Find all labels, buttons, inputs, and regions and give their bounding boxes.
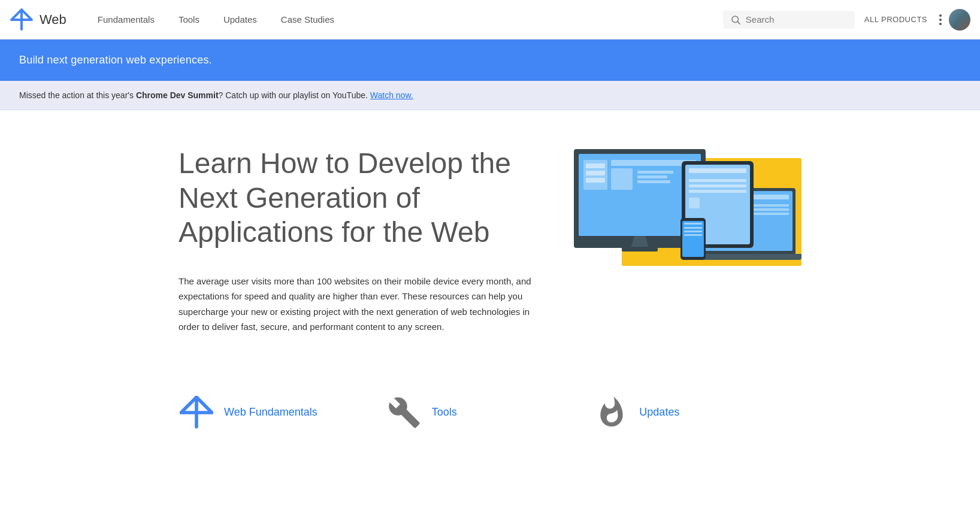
nav-item-case-studies[interactable]: Case Studies <box>269 0 346 40</box>
svg-point-4 <box>732 16 739 23</box>
screen-line <box>637 175 667 178</box>
screen-sidebar <box>583 160 607 190</box>
phone-screen-header <box>684 223 702 225</box>
nav-item-updates[interactable]: Updates <box>211 0 269 40</box>
watch-now-link[interactable]: Watch now. <box>370 90 413 100</box>
sidebar-block <box>586 163 605 168</box>
main-content: Learn How to Develop the Next Generation… <box>131 110 849 359</box>
phone-lines <box>684 227 702 236</box>
logo-text: Web <box>40 12 66 28</box>
card-tools[interactable]: Tools <box>386 383 594 443</box>
navbar-right: ALL PRODUCTS <box>723 9 970 31</box>
hero-section: Learn How to Develop the Next Generation… <box>179 146 801 335</box>
avatar-image <box>949 9 970 31</box>
announcement-bar: Missed the action at this year's Chrome … <box>0 81 980 110</box>
announcement-summit-name: Chrome Dev Summit <box>136 90 219 100</box>
navbar: Web Fundamentals Tools Updates Case Stud… <box>0 0 980 40</box>
card-web-fundamentals[interactable]: Web Fundamentals <box>179 383 386 443</box>
nav-item-tools[interactable]: Tools <box>167 0 211 40</box>
web-fundamentals-icon <box>179 395 214 431</box>
nav-item-fundamentals[interactable]: Fundamentals <box>86 0 167 40</box>
monitor-base <box>622 247 658 252</box>
announcement-suffix: ? Catch up with our playlist on YouTube. <box>219 90 370 100</box>
tablet-line <box>689 190 746 193</box>
screen-image-block <box>611 168 633 190</box>
main-description: The average user visits more than 100 we… <box>179 274 538 335</box>
wrench-card-icon <box>388 396 421 429</box>
phone-line <box>684 234 702 236</box>
phone-screen <box>682 221 704 257</box>
web-fundamentals-label: Web Fundamentals <box>224 406 317 419</box>
devices-illustration <box>574 134 801 266</box>
all-products-button[interactable]: ALL PRODUCTS <box>860 15 932 24</box>
snowflake-card-icon <box>180 396 213 429</box>
tablet-line <box>689 179 746 182</box>
tablet-image-block <box>689 198 700 208</box>
hero-banner-text: Build next generation web experiences. <box>19 54 212 66</box>
more-dot <box>939 19 942 21</box>
tablet-lines <box>689 179 746 208</box>
avatar[interactable] <box>949 9 970 31</box>
search-container[interactable] <box>723 11 855 29</box>
sidebar-block <box>586 171 605 175</box>
phone-line <box>684 227 702 229</box>
tools-label: Tools <box>432 406 457 419</box>
phone-illustration <box>680 218 706 260</box>
more-dot <box>939 23 942 25</box>
svg-rect-7 <box>180 411 212 414</box>
screen-line <box>637 171 673 174</box>
main-heading: Learn How to Develop the Next Generation… <box>179 146 538 250</box>
logo-link[interactable]: Web <box>10 8 66 32</box>
search-icon <box>730 14 741 25</box>
phone-line <box>684 231 702 232</box>
svg-line-5 <box>737 22 740 24</box>
more-dot <box>939 14 942 17</box>
tablet-screen-header <box>689 168 746 173</box>
card-updates[interactable]: Updates <box>594 383 801 443</box>
hero-right <box>574 146 801 266</box>
updates-icon <box>594 395 630 431</box>
screen-line <box>637 180 670 183</box>
hero-banner: Build next generation web experiences. <box>0 40 980 81</box>
logo-snowflake-icon <box>10 8 34 32</box>
hero-left: Learn How to Develop the Next Generation… <box>179 146 538 335</box>
tools-icon <box>386 395 422 431</box>
nav-links: Fundamentals Tools Updates Case Studies <box>86 0 723 40</box>
svg-rect-1 <box>11 19 32 21</box>
flame-card-icon <box>595 396 628 429</box>
announcement-prefix: Missed the action at this year's <box>19 90 136 100</box>
sidebar-block <box>586 178 605 183</box>
screen-lines <box>637 171 673 190</box>
bottom-cards: Web Fundamentals Tools Updates <box>131 359 849 443</box>
monitor-stand <box>631 236 649 248</box>
search-input[interactable] <box>746 14 848 25</box>
tablet-line <box>689 184 746 187</box>
more-options-button[interactable] <box>937 12 944 28</box>
updates-label: Updates <box>639 406 679 419</box>
